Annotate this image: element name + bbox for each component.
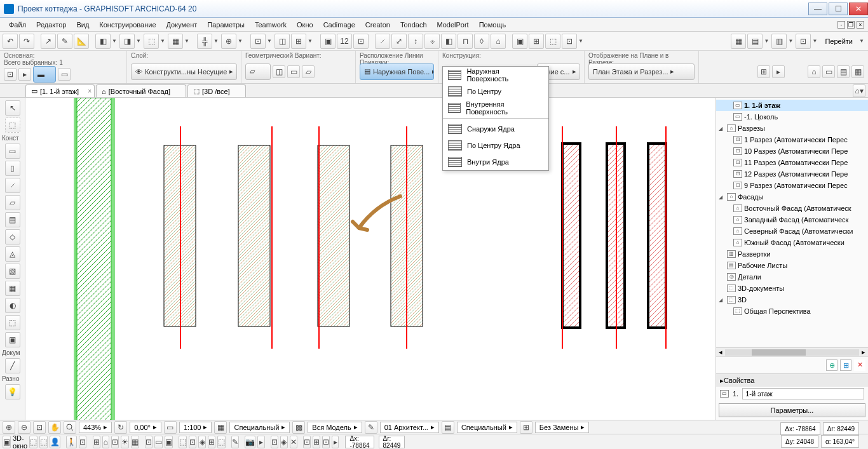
tool-btn[interactable]: ▥ [771,34,787,49]
zoom-btn[interactable] [64,421,76,434]
tab-nav[interactable]: ⌂▾ [853,84,865,97]
bottom-btn[interactable]: ▸ [257,436,265,448]
nav-item[interactable]: ▤Рабочие Листы [716,260,868,271]
tool-btn[interactable]: ▦ [168,34,183,49]
goto-label[interactable]: Перейти [820,37,858,45]
scale-value[interactable]: 1:100 ▸ [179,422,212,433]
status-combo[interactable]: 01 Архитект... ▸ [380,422,439,433]
scale-btn[interactable]: ▭ [164,421,177,434]
nav-item[interactable]: ▥Развертки [716,248,868,260]
zoom-btn[interactable]: ⊕ [3,421,15,434]
status-combo[interactable]: Вся Модель ▸ [308,422,362,433]
tool-btn[interactable]: ⊡ [353,34,369,49]
status-icon[interactable]: ▦ [214,421,227,434]
undo-button[interactable]: ↶ [3,34,18,49]
tool-btn[interactable]: ▦ [731,34,746,49]
tool-btn[interactable]: ◊ [474,34,489,49]
nav-item[interactable]: ⌂Западный Фасад (Автоматическ [716,214,868,225]
tree-delete[interactable]: ✕ [854,359,865,371]
menu-view[interactable]: Вид [71,19,94,30]
menu-design[interactable]: Конструирование [94,19,161,30]
nav-btn[interactable]: ⊞ [757,65,770,78]
wall-tool-icon[interactable]: ▬ [33,66,56,83]
dd-core-in[interactable]: Внутри Ядра [443,154,548,170]
tool-btn[interactable]: 12 [337,34,352,49]
menu-edit[interactable]: Редактор [31,19,71,30]
nav-item[interactable]: ⬚3D-документы [716,283,868,294]
wand-button[interactable]: ✎ [57,34,72,49]
nav-item[interactable]: ◎Детали [716,271,868,283]
grid-button[interactable]: ╬ [197,34,212,49]
bottom-btn[interactable]: ⊡ [189,436,196,448]
pointer-button[interactable]: ↗ [41,34,56,49]
redo-button[interactable]: ↷ [19,34,34,49]
bottom-btn[interactable]: 🚶 [66,436,77,448]
minimize-button[interactable]: — [808,3,827,15]
bottom-btn[interactable]: ⬚ [217,436,226,448]
tool-btn[interactable]: ⌂ [491,34,506,49]
arrow-tool[interactable]: ↖ [5,100,20,116]
nav-item[interactable]: ⌂Восточный Фасад (Автоматическ [716,203,868,214]
tool-btn[interactable]: ⊡ [796,34,811,49]
bottom-btn[interactable]: ▭ [154,436,163,448]
nav-group[interactable]: ◢⌂Разрезы [716,123,868,134]
drawing-canvas[interactable] [25,98,715,420]
tool-btn[interactable]: ⊞ [529,34,544,49]
bottom-btn[interactable]: ✕ [290,436,297,448]
sel-btn[interactable]: ⊡ [4,68,17,81]
nav-group[interactable]: ◢⬚3D [716,294,868,305]
doc-restore[interactable]: ❐ [847,21,855,29]
bottom-btn[interactable]: ◈ [280,436,288,448]
doc-minimize[interactable]: - [837,21,845,29]
display-combo[interactable]: План Этажа и Разрез... ▸ [588,64,695,80]
tool-btn[interactable]: ⤢ [391,34,407,49]
close-button[interactable]: ✕ [849,3,868,15]
bottom-btn[interactable]: ▦ [131,436,139,448]
bottom-btn[interactable]: ⬚ [179,436,187,448]
wall-tool[interactable]: ▭ [5,144,20,159]
bottom-btn[interactable]: ⊞ [208,436,215,448]
status-combo[interactable]: Специальный ▸ [229,422,290,433]
status-icon[interactable]: ⊞ [520,421,532,434]
lamp-tool[interactable]: 💡 [5,384,20,399]
geom-btn[interactable]: ◫ [273,65,285,78]
tool-btn[interactable]: ▣ [512,34,527,49]
sel-btn[interactable]: ▸ [18,68,31,81]
nav-item[interactable]: ⬚Общая Перспектива [716,305,868,317]
column-tool[interactable]: ▯ [5,161,20,176]
object-tool[interactable]: ⬚ [5,315,20,330]
nav-btn[interactable]: ▸ [772,65,785,78]
morph-tool[interactable]: ◐ [5,298,20,313]
properties-header[interactable]: ▸ Свойства [716,374,868,387]
menu-window[interactable]: Окно [292,19,318,30]
zone-tool[interactable]: ▣ [5,332,20,347]
zoom-btn[interactable]: ⊡ [33,421,46,434]
nav-item[interactable]: ▭1. 1-й этаж [716,100,868,111]
orient-btn[interactable]: ↻ [114,421,127,434]
stair-tool[interactable]: ▤ [5,212,20,227]
bottom-btn[interactable]: ▸ [332,436,339,448]
menu-teamwork[interactable]: Teamwork [250,19,292,30]
nav-item[interactable]: ⊡10 Разрез (Автоматически Пере [716,145,868,157]
slab-tool[interactable]: ▱ [5,195,20,210]
menu-tondach[interactable]: Tondach [395,19,432,30]
tool-btn[interactable]: ⊓ [458,34,473,49]
bottom-btn[interactable]: ⬚ [39,436,48,448]
nav-item[interactable]: ⌂Северный Фасад (Автоматически [716,225,868,237]
bottom-btn[interactable]: ✎ [231,436,239,448]
menu-modelport[interactable]: ModelPort [432,19,474,30]
refline-combo[interactable]: ▤ Наружная Пове... ▸ [360,64,434,80]
dd-inner[interactable]: Внутренняя Поверхность [443,100,548,116]
tab-floor1[interactable]: ▭ [1. 1-й этаж]× [25,84,95,97]
bottom-btn[interactable]: ⊞ [313,436,320,448]
geom-btn[interactable]: ▱ [302,65,315,78]
nav-item[interactable]: ⊡11 Разрез (Автоматически Пере [716,157,868,168]
tool-btn[interactable]: ▣ [320,34,336,49]
tool-btn[interactable]: ⟐ [424,34,440,49]
nav-item[interactable]: ⊡1 Разрез (Автоматически Перес [716,134,868,145]
geom-btn[interactable]: ▱ [245,64,271,80]
angle-value[interactable]: 0,00° ▸ [130,422,161,433]
menu-document[interactable]: Документ [161,19,203,30]
tool-btn[interactable]: ⬚ [144,34,159,49]
bottom-btn[interactable]: ⊡ [145,436,153,448]
